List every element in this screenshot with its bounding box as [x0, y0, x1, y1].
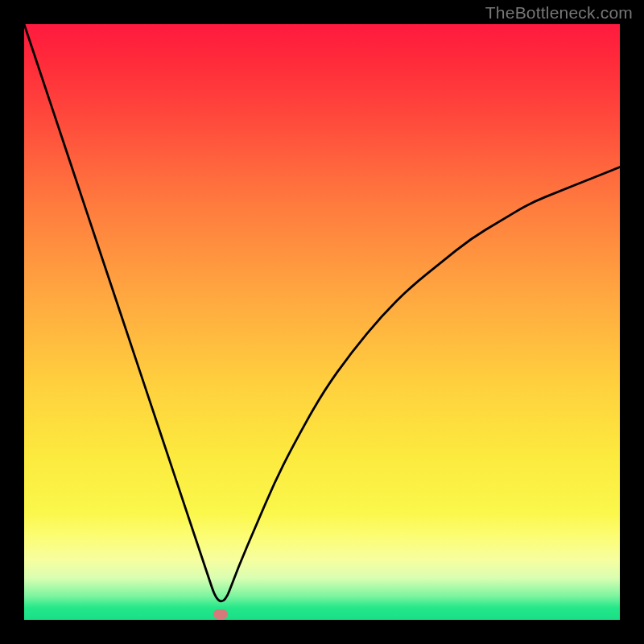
plot-area	[24, 24, 620, 620]
bottleneck-curve	[24, 24, 620, 620]
watermark-text: TheBottleneck.com	[485, 3, 633, 23]
chart-frame: TheBottleneck.com	[0, 0, 644, 644]
optimum-marker	[213, 609, 228, 619]
